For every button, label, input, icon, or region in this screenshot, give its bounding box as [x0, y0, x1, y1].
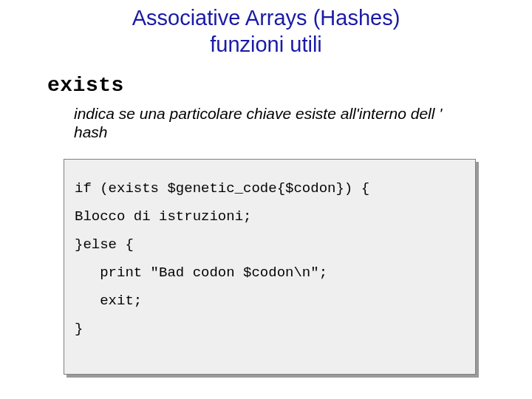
- keyword-description: indica se una particolare chiave esiste …: [74, 105, 443, 142]
- keyword-heading: exists: [47, 74, 124, 97]
- title-line-2: funzioni utili: [210, 33, 322, 56]
- title-line-1: Associative Arrays (Hashes): [132, 6, 400, 30]
- code-line: print "Bad codon $codon\n";: [75, 265, 327, 281]
- code-block: if (exists $genetic_code{$codon}) { Bloc…: [64, 159, 476, 375]
- slide-title: Associative Arrays (Hashes) funzioni uti…: [0, 4, 532, 58]
- code-block-body: if (exists $genetic_code{$codon}) { Bloc…: [64, 159, 476, 375]
- code-line: }: [75, 321, 83, 337]
- slide: Associative Arrays (Hashes) funzioni uti…: [0, 0, 532, 399]
- code-line: }else {: [75, 236, 134, 253]
- code-line: Blocco di istruzioni;: [75, 208, 251, 225]
- code-line: if (exists $genetic_code{$codon}) {: [75, 180, 369, 197]
- code-line: exit;: [75, 293, 142, 309]
